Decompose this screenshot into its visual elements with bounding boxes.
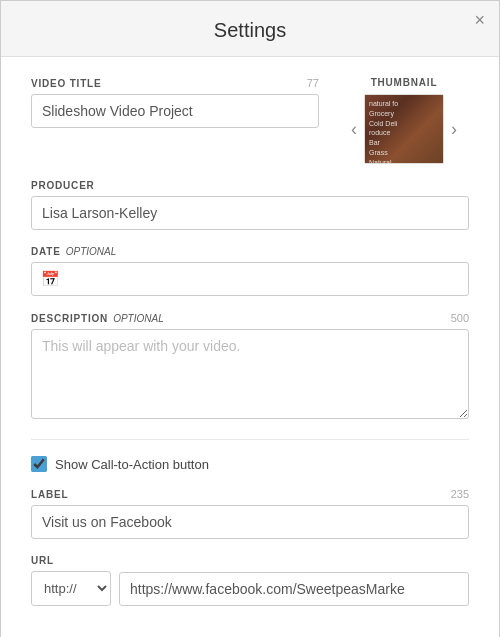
thumbnail-overlay: natural fo Grocery Cold Deli roduce Bar … <box>369 99 441 164</box>
cta-label-label: LABEL <box>31 489 68 500</box>
date-input-wrap: 📅 <box>31 262 469 296</box>
cta-checkbox[interactable] <box>31 456 47 472</box>
thumbnail-col: THUMBNAIL ‹ natural fo Grocery Cold Deli… <box>339 77 469 164</box>
settings-modal: Settings × VIDEO TITLE 77 THUMBNAIL ‹ <box>0 0 500 637</box>
producer-row: PRODUCER <box>31 180 469 230</box>
cta-label-char-count: 235 <box>451 488 469 500</box>
thumbnail-placeholder: natural fo Grocery Cold Deli roduce Bar … <box>365 95 444 164</box>
description-label-row: DESCRIPTION OPTIONAL 500 <box>31 312 469 324</box>
video-title-input[interactable] <box>31 94 319 128</box>
description-textarea[interactable] <box>31 329 469 419</box>
url-protocol-select[interactable]: http:// https:// <box>32 572 110 605</box>
cta-checkbox-label[interactable]: Show Call-to-Action button <box>55 457 209 472</box>
date-label: DATE OPTIONAL <box>31 246 116 257</box>
cta-label-input[interactable] <box>31 505 469 539</box>
thumbnail-label: THUMBNAIL <box>339 77 469 88</box>
producer-label-row: PRODUCER <box>31 180 469 191</box>
description-row: DESCRIPTION OPTIONAL 500 <box>31 312 469 423</box>
url-label-row: URL <box>31 555 469 566</box>
cta-label-row: LABEL 235 <box>31 488 469 539</box>
producer-label: PRODUCER <box>31 180 95 191</box>
producer-input[interactable] <box>31 196 469 230</box>
description-label: DESCRIPTION OPTIONAL <box>31 313 164 324</box>
cta-label-label-row: LABEL 235 <box>31 488 469 500</box>
thumbnail-image: natural fo Grocery Cold Deli roduce Bar … <box>364 94 444 164</box>
url-input-row: http:// https:// <box>31 571 469 606</box>
modal-body: VIDEO TITLE 77 THUMBNAIL ‹ natural fo Gr… <box>1 57 499 637</box>
modal-header: Settings × <box>1 1 499 57</box>
date-input[interactable] <box>31 262 469 296</box>
url-value-input[interactable] <box>119 572 469 606</box>
description-char-count: 500 <box>451 312 469 324</box>
divider <box>31 439 469 440</box>
url-protocol-select-wrap: http:// https:// <box>31 571 111 606</box>
thumbnail-nav: ‹ natural fo Grocery Cold Deli roduce Ba… <box>339 94 469 164</box>
date-row: DATE OPTIONAL 📅 <box>31 246 469 296</box>
cta-checkbox-row: Show Call-to-Action button <box>31 456 469 472</box>
close-button[interactable]: × <box>474 11 485 29</box>
date-label-row: DATE OPTIONAL <box>31 246 469 257</box>
video-title-col: VIDEO TITLE 77 <box>31 77 319 164</box>
title-thumbnail-row: VIDEO TITLE 77 THUMBNAIL ‹ natural fo Gr… <box>31 77 469 164</box>
video-title-label: VIDEO TITLE <box>31 78 101 89</box>
modal-title: Settings <box>214 19 286 41</box>
url-row: URL http:// https:// <box>31 555 469 606</box>
video-title-label-row: VIDEO TITLE 77 <box>31 77 319 89</box>
video-title-char-count: 77 <box>307 77 319 89</box>
thumbnail-next-button[interactable]: › <box>448 120 460 138</box>
url-label: URL <box>31 555 54 566</box>
thumbnail-prev-button[interactable]: ‹ <box>348 120 360 138</box>
